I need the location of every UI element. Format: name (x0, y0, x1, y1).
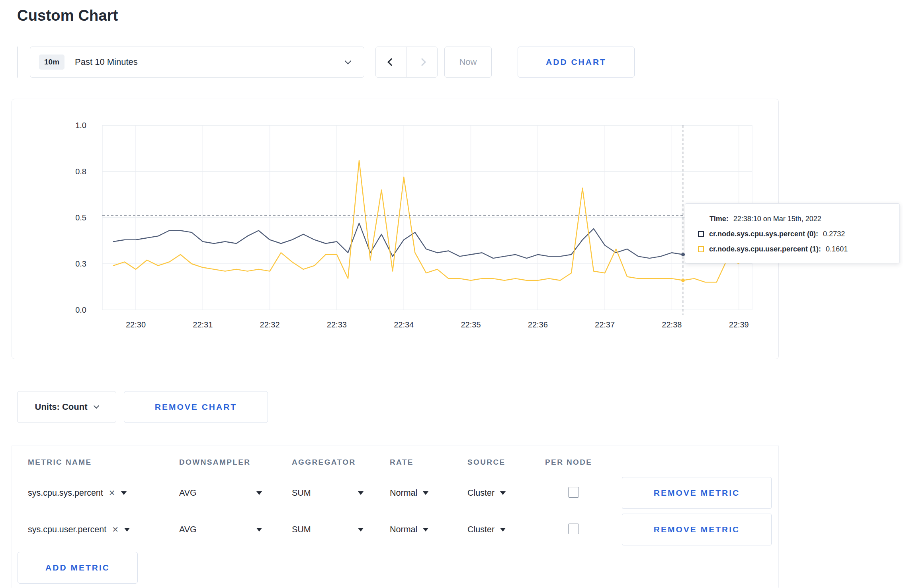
aggregator-value: SUM (292, 525, 311, 535)
svg-text:1.0: 1.0 (75, 121, 86, 130)
tooltip-series-row: cr.node.sys.cpu.sys.percent (0): 0.2732 (698, 230, 888, 238)
svg-text:22:34: 22:34 (394, 320, 414, 329)
tooltip-time-value: 22:38:10 on Mar 15th, 2022 (733, 215, 821, 223)
rate-value: Normal (390, 525, 417, 535)
svg-text:0.5: 0.5 (75, 213, 86, 222)
chevron-down-icon (345, 58, 352, 64)
metrics-table: METRIC NAME DOWNSAMPLER AGGREGATOR RATE … (12, 446, 779, 588)
toolbar: 10m Past 10 Minutes Now ADD CHART (17, 47, 903, 78)
now-button[interactable]: Now (444, 47, 492, 78)
add-chart-button[interactable]: ADD CHART (518, 47, 635, 78)
units-label: Units: Count (35, 402, 88, 412)
series-user-swatch-icon (698, 246, 704, 252)
metrics-table-header: METRIC NAME DOWNSAMPLER AGGREGATOR RATE … (12, 458, 778, 467)
svg-text:22:33: 22:33 (327, 320, 347, 329)
downsampler-select[interactable]: AVG (179, 488, 262, 498)
time-forward-button[interactable] (407, 47, 437, 77)
clear-metric-icon[interactable]: ✕ (112, 525, 119, 534)
svg-text:22:36: 22:36 (528, 320, 548, 329)
caret-down-icon (358, 528, 364, 532)
caret-down-icon (500, 491, 506, 495)
caret-down-icon (121, 491, 127, 495)
units-dropdown[interactable]: Units: Count (17, 391, 116, 423)
svg-text:0.8: 0.8 (75, 167, 86, 176)
svg-text:0.0: 0.0 (75, 306, 86, 314)
caret-down-icon (256, 528, 262, 532)
tooltip-user-label: cr.node.sys.cpu.user.percent (1): (709, 245, 821, 253)
per-node-checkbox[interactable] (568, 487, 579, 498)
svg-text:22:39: 22:39 (729, 320, 749, 329)
metric-name-value: sys.cpu.user.percent (28, 525, 106, 535)
aggregator-value: SUM (292, 488, 311, 498)
tooltip-time-label: Time: (710, 215, 729, 223)
rate-value: Normal (390, 488, 417, 498)
caret-down-icon (423, 491, 428, 495)
svg-text:22:32: 22:32 (260, 320, 280, 329)
caret-down-icon (500, 528, 506, 532)
chart-actions: Units: Count REMOVE CHART (17, 391, 903, 423)
svg-text:22:35: 22:35 (461, 320, 481, 329)
metric-row: sys.cpu.sys.percent ✕ AVG SUM Normal Clu… (12, 475, 778, 511)
source-select[interactable]: Cluster (467, 488, 545, 498)
col-header-downsampler: DOWNSAMPLER (179, 458, 292, 467)
svg-text:22:38: 22:38 (662, 320, 682, 329)
tooltip-sys-label: cr.node.sys.cpu.sys.percent (0): (709, 230, 818, 238)
col-header-aggregator: AGGREGATOR (292, 458, 390, 467)
tooltip-time-row: Time: 22:38:10 on Mar 15th, 2022 (698, 215, 888, 223)
source-value: Cluster (467, 525, 494, 535)
time-nav-group (375, 47, 438, 78)
metric-row: sys.cpu.user.percent ✕ AVG SUM Normal Cl… (12, 511, 778, 548)
svg-text:22:30: 22:30 (126, 320, 146, 329)
clear-metric-icon[interactable]: ✕ (109, 488, 115, 498)
add-metric-button[interactable]: ADD METRIC (18, 552, 138, 584)
time-back-button[interactable] (376, 47, 407, 77)
col-header-rate: RATE (390, 458, 467, 467)
timeseries-chart[interactable]: 1.00.80.50.30.022:3022:3122:3222:3322:34… (12, 99, 778, 359)
chart-card: 1.00.80.50.30.022:3022:3122:3222:3322:34… (12, 99, 779, 359)
downsampler-select[interactable]: AVG (179, 525, 262, 535)
tooltip-sys-value: 0.2732 (823, 230, 845, 238)
chevron-left-icon (387, 58, 395, 66)
source-select[interactable]: Cluster (467, 525, 545, 535)
metric-name-select[interactable]: sys.cpu.user.percent ✕ (28, 525, 179, 535)
rate-select[interactable]: Normal (390, 488, 467, 498)
tooltip-user-value: 0.1601 (826, 245, 848, 253)
per-node-checkbox[interactable] (568, 524, 579, 534)
remove-metric-button[interactable]: REMOVE METRIC (622, 514, 772, 545)
caret-down-icon (423, 528, 428, 532)
metric-name-value: sys.cpu.sys.percent (28, 488, 103, 498)
chevron-right-icon (418, 58, 426, 66)
caret-down-icon (256, 491, 262, 495)
col-header-metric-name: METRIC NAME (28, 458, 179, 467)
metric-name-select[interactable]: sys.cpu.sys.percent ✕ (28, 488, 179, 498)
chart-tooltip: Time: 22:38:10 on Mar 15th, 2022 cr.node… (685, 203, 900, 263)
caret-down-icon (124, 528, 130, 532)
aggregator-select[interactable]: SUM (292, 525, 364, 535)
tooltip-series-row: cr.node.sys.cpu.user.percent (1): 0.1601 (698, 245, 888, 253)
svg-text:22:31: 22:31 (193, 320, 213, 329)
remove-metric-button[interactable]: REMOVE METRIC (622, 477, 772, 509)
source-value: Cluster (467, 488, 494, 498)
aggregator-select[interactable]: SUM (292, 488, 364, 498)
svg-text:22:37: 22:37 (595, 320, 615, 329)
time-range-badge: 10m (39, 55, 64, 70)
time-range-label: Past 10 Minutes (75, 57, 346, 67)
remove-chart-button[interactable]: REMOVE CHART (124, 391, 268, 423)
time-range-picker[interactable]: 10m Past 10 Minutes (30, 47, 364, 78)
downsampler-value: AVG (179, 525, 197, 535)
svg-text:0.3: 0.3 (75, 259, 86, 268)
page-title: Custom Chart (17, 7, 903, 24)
downsampler-value: AVG (179, 488, 197, 498)
rate-select[interactable]: Normal (390, 525, 467, 535)
chevron-down-icon (94, 403, 99, 409)
series-sys-swatch-icon (698, 231, 704, 237)
caret-down-icon (358, 491, 364, 495)
toolbar-divider (17, 47, 18, 78)
col-header-source: SOURCE (467, 458, 545, 467)
col-header-per-node: PER NODE (545, 458, 622, 467)
